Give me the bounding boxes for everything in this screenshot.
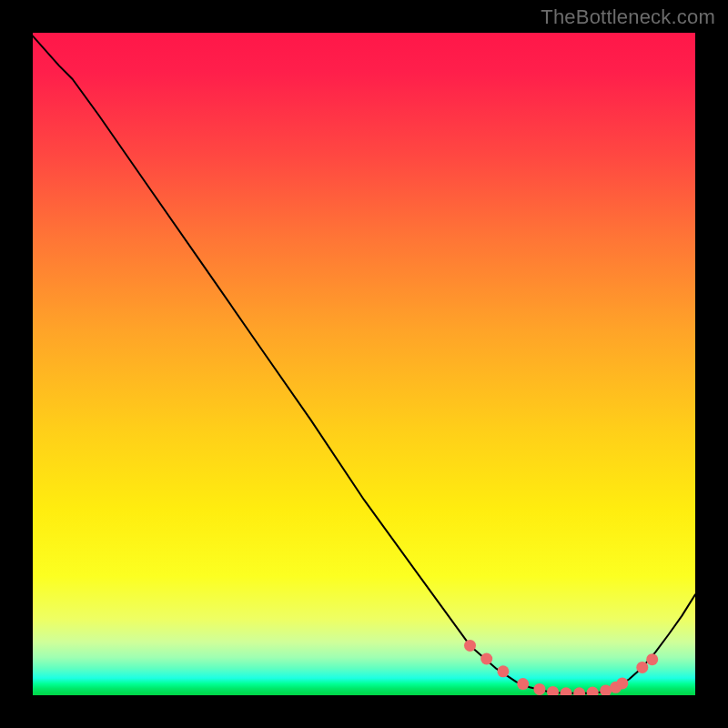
highlighted-dots	[464, 640, 658, 695]
dot	[646, 653, 658, 665]
bottleneck-curve	[33, 36, 695, 693]
dot	[587, 687, 599, 695]
dot	[464, 640, 476, 652]
dot	[480, 653, 492, 665]
dot	[616, 677, 628, 689]
watermark-text: TheBottleneck.com	[541, 5, 715, 29]
dot	[547, 686, 559, 695]
chart-svg	[33, 33, 695, 695]
dot	[517, 678, 529, 690]
dot	[636, 662, 648, 673]
dot	[533, 683, 545, 695]
dot	[497, 665, 509, 677]
chart-frame: TheBottleneck.com	[0, 0, 728, 728]
dot	[573, 687, 585, 695]
plot-area	[33, 33, 695, 695]
dot	[561, 687, 572, 695]
